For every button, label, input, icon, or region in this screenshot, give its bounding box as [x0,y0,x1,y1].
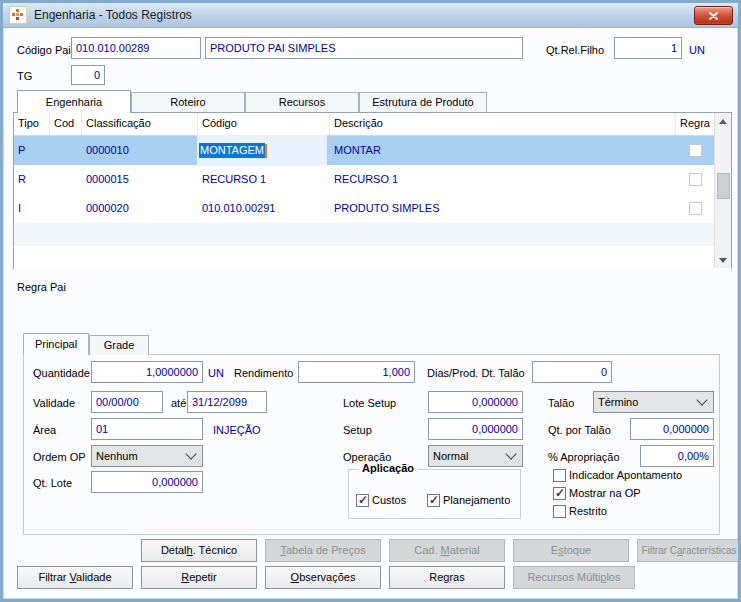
chevron-down-icon [505,448,516,459]
quantidade-label: Quantidade [33,366,90,380]
planejamento-checkbox[interactable] [427,494,440,507]
empty-grid-row [14,223,731,246]
column-header-classificacao[interactable]: Classificação [82,113,198,135]
grid-row-selected[interactable]: P 0000010 MONTAGEM MONTAR [14,136,731,165]
cell-regra [676,136,714,165]
lote-setup-label: Lote Setup [343,396,396,410]
tab-roteiro[interactable]: Roteiro [131,92,245,112]
cell-tipo: R [14,165,50,194]
recursos-multiplos-button[interactable]: Recursos Múltiplos [513,566,635,589]
grid-scrollbar[interactable] [714,113,731,268]
tab-recursos[interactable]: Recursos [245,92,359,112]
cell-regra [676,194,714,223]
grid-row[interactable]: I 0000020 010.010.00291 PRODUTO SIMPLES [14,194,731,223]
regra-checkbox[interactable] [689,202,702,215]
scrollbar-thumb[interactable] [717,173,730,199]
regra-checkbox[interactable] [689,173,702,186]
apropriacao-field[interactable]: 0,00% [640,445,714,467]
cell-regra [676,165,714,194]
filtrar-caracteristicas-button[interactable]: Filtrar Características [637,539,741,562]
setup-field[interactable]: 0,000000 [428,418,523,440]
tab-engenharia[interactable]: Engenharia [17,90,131,113]
chevron-down-icon [185,448,196,459]
mostrar-na-op-checkbox[interactable] [553,487,566,500]
column-header-cod[interactable]: Cod [50,113,82,135]
cell-descricao: RECURSO 1 [330,165,676,194]
scroll-up-button[interactable] [715,113,731,129]
apropriacao-label: % Apropriação [548,450,620,464]
custos-checkbox[interactable] [356,494,369,507]
cell-codigo: MONTAGEM [198,136,330,165]
indicador-apontamento-checkbox-row[interactable]: Indicador Apontamento [553,467,682,483]
qt-por-talao-field[interactable]: 0,000000 [630,418,714,440]
empty-grid-row [14,246,731,269]
validade-field[interactable]: 00/00/00 [91,391,163,413]
scroll-down-button[interactable] [715,252,731,268]
custos-checkbox-row[interactable]: Custos [356,492,406,508]
detalh-tecnico-button[interactable]: Detalh. Técnico [141,539,257,562]
regra-checkbox[interactable] [689,144,702,157]
filtrar-validade-button[interactable]: Filtrar Validade [17,566,133,589]
rendimento-field[interactable]: 1,000 [298,361,415,383]
subtab-principal[interactable]: Principal [23,333,89,355]
regras-button[interactable]: Regras [389,566,505,589]
title-bar[interactable]: Engenharia - Todos Registros [3,3,738,28]
inline-cell-editor[interactable]: MONTAGEM [197,135,327,166]
cell-descricao: MONTAR [330,136,676,165]
cad-material-button[interactable]: Cad. Material [389,539,505,562]
dias-prod-field[interactable]: 0 [532,361,612,383]
subtab-grade[interactable]: Grade [89,335,149,355]
column-header-tipo[interactable]: Tipo [14,113,50,135]
operacao-dropdown[interactable]: Normal [428,445,523,467]
app-icon [9,6,27,24]
mostrar-na-op-label: Mostrar na OP [569,487,641,499]
area-field[interactable]: 01 [91,418,203,440]
qt-rel-filho-label: Qt.Rel.Filho [546,43,604,57]
indicador-apontamento-checkbox[interactable] [553,469,566,482]
qt-lote-field[interactable]: 0,000000 [91,471,203,493]
ordem-op-dropdown[interactable]: Nenhum [91,445,203,467]
tabela-de-precos-button[interactable]: Tabela de Preços [265,539,381,562]
dias-prod-label: Dias/Prod. Dt. Talão [427,366,525,380]
cell-descricao: PRODUTO SIMPLES [330,194,676,223]
descricao-pai-field[interactable]: PRODUTO PAI SIMPLES [205,37,523,59]
selected-text: MONTAGEM [199,143,265,158]
qt-rel-filho-field[interactable]: 1 [614,37,682,59]
operacao-value: Normal [433,450,507,462]
observacoes-button[interactable]: Observações [265,566,381,589]
close-icon [709,12,718,20]
cell-cod [50,165,82,194]
aplicacao-legend: Aplicação [358,462,418,474]
ordem-op-label: Ordem OP [33,450,86,464]
tg-field[interactable]: 0 [71,65,105,85]
planejamento-checkbox-row[interactable]: Planejamento [427,492,510,508]
quantidade-field[interactable]: 1,0000000 [91,361,203,383]
regra-pai-label: Regra Pai [17,280,66,294]
column-header-descricao[interactable]: Descrição [330,113,676,135]
tg-label: TG [17,69,32,83]
column-header-regra[interactable]: Regra [676,113,714,135]
tab-estrutura-de-produto[interactable]: Estrutura de Produto [359,92,487,112]
restrito-checkbox[interactable] [553,505,566,518]
mostrar-na-op-checkbox-row[interactable]: Mostrar na OP [553,485,641,501]
cell-tipo: I [14,194,50,223]
cell-classificacao: 0000020 [82,194,198,223]
cell-classificacao: 0000010 [82,136,198,165]
unidade-label: UN [689,43,705,57]
cell-classificacao: 0000015 [82,165,198,194]
repetir-button[interactable]: Repetir [141,566,257,589]
codigo-pai-field[interactable]: 010.010.00289 [71,37,201,59]
talao-dropdown[interactable]: Término [593,391,714,413]
cell-codigo: 010.010.00291 [198,194,330,223]
area-descricao-label: INJEÇÃO [213,423,261,437]
estoque-button[interactable]: Estoque [513,539,629,562]
grid-row[interactable]: R 0000015 RECURSO 1 RECURSO 1 [14,165,731,194]
close-button[interactable] [694,6,733,25]
ate-label: até [171,396,186,410]
column-header-codigo[interactable]: Código [198,113,330,135]
chevron-down-icon [696,394,707,405]
validade-ate-field[interactable]: 31/12/2099 [187,391,267,413]
restrito-checkbox-row[interactable]: Restrito [553,503,607,519]
lote-setup-field[interactable]: 0,000000 [428,391,523,413]
validade-label: Validade [33,396,75,410]
